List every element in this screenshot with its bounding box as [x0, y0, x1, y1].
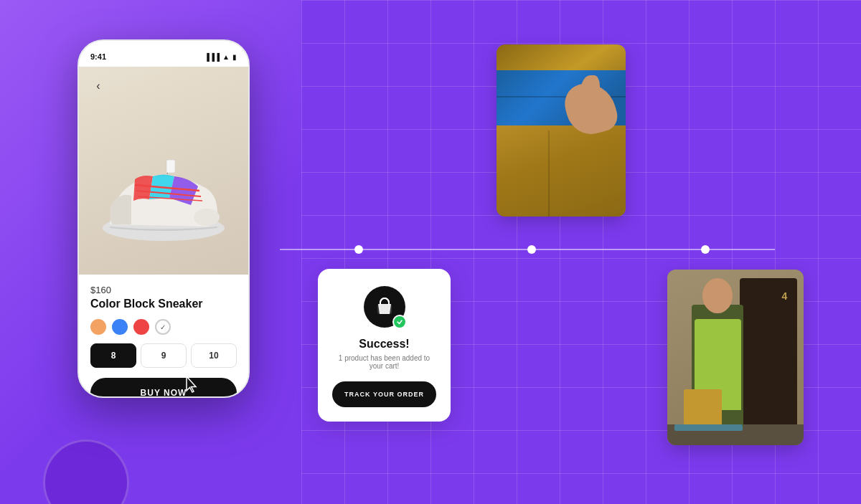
mouse-cursor [184, 375, 201, 398]
phone-mockup: 9:41 ▐▐▐ ▲ ▮ ‹ [77, 39, 250, 398]
back-arrow-icon[interactable]: ‹ [89, 77, 108, 95]
color-swatch-blue[interactable] [112, 319, 128, 335]
product-image-area: ‹ [79, 67, 248, 275]
product-info: $160 Color Block Sneaker ✓ 8 9 10 BUY NO… [79, 275, 248, 396]
wifi-icon: ▲ [222, 53, 230, 61]
success-subtitle: 1 product has been added to your cart! [332, 354, 436, 370]
product-name: Color Block Sneaker [90, 298, 237, 310]
delivery-photo: 4 [667, 270, 804, 445]
size-btn-9[interactable]: 9 [141, 343, 187, 368]
timeline-dot-3 [701, 245, 710, 254]
phone-status-bar: 9:41 ▐▐▐ ▲ ▮ [79, 41, 248, 67]
color-swatch-check[interactable]: ✓ [155, 319, 171, 335]
signal-icon: ▐▐▐ [204, 53, 220, 61]
timeline-dot-2 [527, 245, 536, 254]
success-icon-wrapper [364, 286, 405, 328]
color-swatch-red[interactable] [133, 319, 149, 335]
phone-status-icons: ▐▐▐ ▲ ▮ [204, 53, 237, 61]
color-swatches: ✓ [90, 319, 237, 335]
success-checkmark-badge [392, 315, 407, 329]
success-title: Success! [359, 338, 409, 351]
svg-point-4 [194, 209, 220, 226]
battery-icon: ▮ [232, 53, 237, 61]
phone-content: ‹ [79, 67, 248, 396]
product-price: $160 [90, 285, 237, 295]
size-btn-8[interactable]: 8 [90, 343, 136, 368]
track-order-button[interactable]: TRACK YOUR ORDER [332, 381, 436, 407]
progress-timeline [280, 249, 775, 250]
size-selector: 8 9 10 [90, 343, 237, 368]
phone-time: 9:41 [90, 52, 106, 61]
buy-now-button[interactable]: BUY NOW [90, 378, 237, 396]
timeline-dot-1 [354, 245, 363, 254]
sneaker-svg [92, 120, 235, 249]
svg-rect-6 [166, 160, 175, 173]
size-btn-10[interactable]: 10 [191, 343, 237, 368]
sneaker-image [86, 95, 241, 275]
success-card: Success! 1 product has been added to you… [318, 269, 451, 422]
package-photo [497, 44, 626, 217]
package-image [497, 44, 626, 217]
delivery-image: 4 [667, 270, 804, 445]
color-swatch-peach[interactable] [90, 319, 106, 335]
